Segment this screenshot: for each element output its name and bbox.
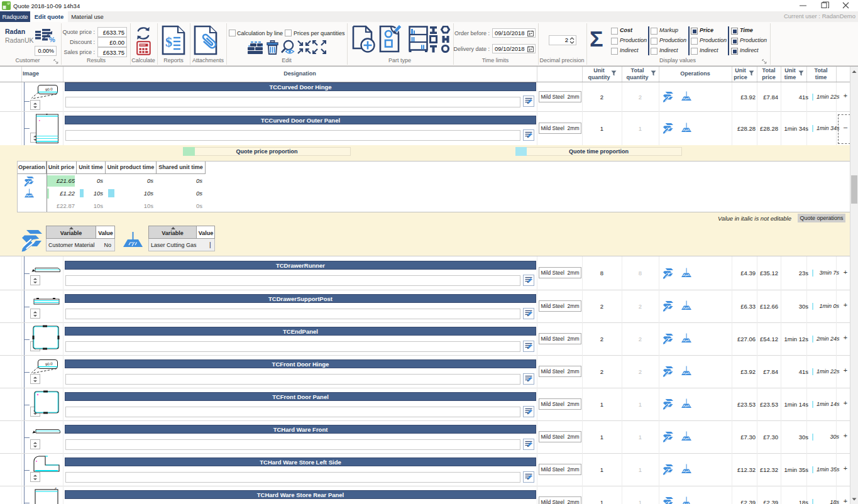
svg-text:↗: ↗ [54,487,57,490]
svg-text:$: $ [165,34,172,50]
